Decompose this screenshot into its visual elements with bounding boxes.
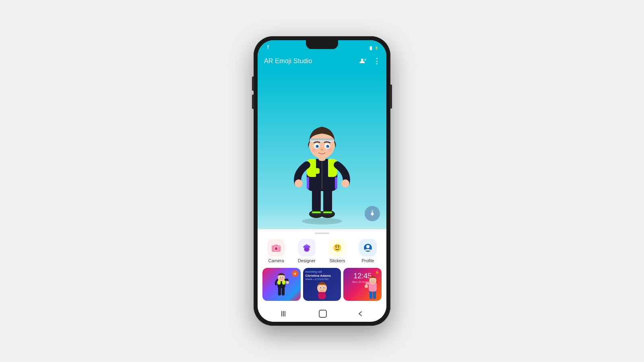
svg-rect-42 [275,245,278,246]
svg-point-22 [341,179,349,187]
svg-point-76 [374,280,374,280]
svg-rect-81 [319,310,326,317]
avatar-area [258,71,386,229]
battery-icon: 🔋 [375,47,378,50]
profile-icon-container [359,239,377,257]
svg-point-68 [323,287,324,288]
home-button[interactable] [319,310,327,318]
profile-label: Profile [361,258,374,263]
svg-point-77 [365,285,368,288]
svg-rect-80 [285,311,285,317]
volume-down-button[interactable] [252,95,254,109]
profile-menu-item[interactable]: Profile [356,239,380,263]
menu-row: Camera Designer [258,239,386,268]
svg-point-4 [302,218,342,224]
walk-animation-button[interactable] [365,206,380,221]
svg-point-36 [312,148,316,152]
designer-icon-container [298,239,316,257]
recent-apps-button[interactable] [281,311,288,317]
svg-point-49 [338,247,339,248]
svg-rect-18 [312,168,320,174]
svg-point-34 [328,145,329,146]
svg-point-47 [333,244,341,252]
svg-rect-12 [323,212,332,213]
svg-rect-20 [335,177,337,189]
svg-point-67 [320,287,321,288]
stickers-label: Stickers [329,258,345,263]
svg-point-46 [303,246,310,248]
camera-icon-container [267,239,285,257]
wifi-icon [266,45,270,50]
phone-frame: ▐▌ 🔋 AR Emoji Studio ⋮ [254,36,390,326]
camera-label: Camera [268,258,284,263]
status-right-icons: ▐▌ 🔋 [369,46,378,50]
account-icon-button[interactable] [359,58,367,65]
back-button[interactable] [357,311,363,317]
svg-point-21 [295,179,303,187]
signal-icon: ▐▌ [369,46,373,50]
svg-point-35 [320,148,324,151]
svg-rect-79 [283,311,284,317]
stickers-menu-item[interactable]: Stickers [325,239,349,263]
designer-menu-item[interactable]: Designer [295,239,319,263]
avatar-figure [290,113,354,225]
svg-point-61 [282,277,283,278]
svg-point-62 [286,281,289,284]
svg-point-60 [280,277,281,278]
lock-screen-thumbnail[interactable]: 12:45 Mon, 26 November [343,268,382,301]
camera-notch [306,40,338,49]
svg-point-37 [328,148,332,152]
drag-handle [315,232,329,234]
camera-menu-item[interactable]: Camera [264,239,288,263]
app-bar-actions: ⋮ [359,58,380,65]
stickers-icon-container [328,239,346,257]
svg-point-38 [372,210,373,212]
svg-point-51 [366,245,369,248]
svg-point-43 [279,246,279,247]
new-badge: N [292,270,298,277]
app-title: AR Emoji Studio [264,58,312,65]
call-info: Incoming call Christina Adams Mobile +1(… [303,268,341,280]
svg-point-41 [275,247,278,250]
call-screen-thumbnail[interactable]: Incoming call Christina Adams Mobile +1(… [303,268,341,301]
svg-point-0 [268,48,268,49]
svg-rect-19 [307,177,309,189]
svg-point-75 [371,280,372,280]
volume-up-button[interactable] [252,76,254,91]
svg-point-1 [361,58,363,61]
caller-name: Christina Adams [305,274,339,278]
more-options-button[interactable]: ⋮ [373,58,380,65]
app-bar: AR Emoji Studio ⋮ [258,51,386,71]
svg-rect-26 [310,138,334,140]
designer-label: Designer [298,258,316,263]
svg-rect-11 [312,212,321,213]
svg-point-33 [318,145,318,146]
navigation-bar [258,306,386,322]
bottom-panel: Camera Designer [258,229,386,306]
power-button[interactable] [390,84,392,109]
thumbnail-row: N [258,268,386,306]
phone-screen: ▐▌ 🔋 AR Emoji Studio ⋮ [258,40,386,322]
avatar-sticker-thumbnail[interactable]: N [262,268,301,301]
svg-point-48 [336,247,337,248]
svg-rect-78 [281,311,282,317]
incoming-call-label: Incoming call [305,270,339,273]
